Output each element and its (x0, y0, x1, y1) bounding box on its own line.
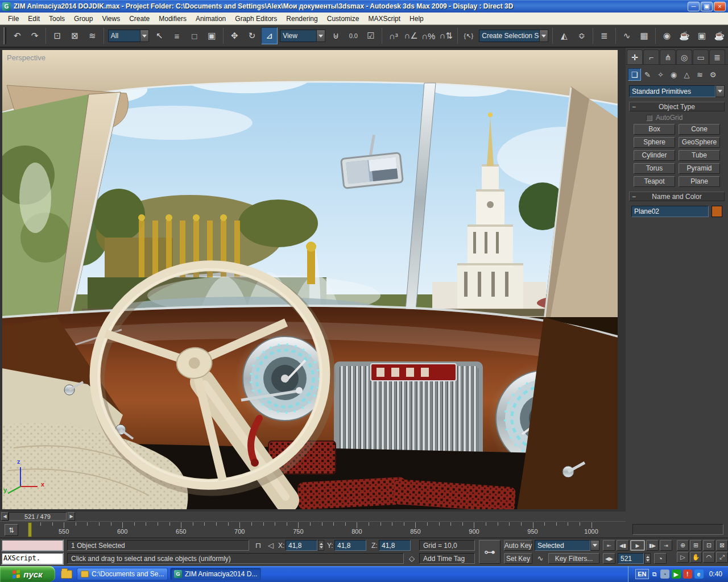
angle-snap-button[interactable]: ∩∠ (403, 27, 419, 44)
z-coordinate-field[interactable]: 41,8 (379, 540, 411, 551)
tray-security-icon[interactable]: ! (683, 569, 692, 579)
quick-render-button[interactable]: ☕ (711, 27, 727, 44)
viewport[interactable]: Perspective z x y (2, 50, 618, 509)
frame-spinner[interactable] (644, 553, 651, 564)
chevron-down-icon[interactable] (140, 30, 149, 42)
create-box-button[interactable]: Box (634, 124, 675, 135)
y-coordinate-field[interactable]: 41,8 (334, 540, 366, 551)
menu-tools[interactable]: Tools (44, 14, 69, 24)
chevron-down-icon[interactable] (590, 540, 599, 551)
go-to-end-button[interactable]: ⇥ (660, 540, 672, 551)
undo-button[interactable]: ↶ (9, 27, 26, 44)
maxscript-mini-listener[interactable]: AXScript. (1, 552, 64, 565)
category-geometry[interactable]: ❑ (628, 68, 641, 81)
arc-rotate-button[interactable]: ◠ (703, 552, 715, 563)
select-and-link-button[interactable]: ⊡ (49, 27, 65, 44)
minimize-button[interactable]: ─ (688, 2, 700, 11)
time-configuration-button[interactable]: ◔ (654, 553, 667, 564)
keyboard-shortcut-override-button[interactable]: ☑ (363, 27, 379, 44)
close-button[interactable]: × (714, 2, 726, 11)
create-sphere-button[interactable]: Sphere (634, 137, 675, 148)
object-type-rollout-header[interactable]: − Object Type (629, 102, 725, 111)
window-crossing-button[interactable]: ▣ (204, 27, 220, 44)
menu-views[interactable]: Views (97, 14, 125, 24)
menu-edit[interactable]: Edit (23, 14, 44, 24)
menu-customize[interactable]: Customize (322, 14, 364, 24)
zoom-button[interactable]: ⊕ (677, 540, 689, 551)
tray-history-icon[interactable]: ◔ (660, 569, 669, 579)
selection-lock-icon[interactable]: ⊓ (253, 540, 264, 551)
autogrid-checkbox[interactable] (646, 115, 652, 121)
quick-launch-folder-icon[interactable] (61, 570, 72, 579)
category-space-warps[interactable]: ≋ (693, 68, 706, 81)
set-key-button[interactable]: Set Key (504, 553, 532, 564)
field-of-view-button[interactable]: ▷ (677, 552, 689, 563)
maximize-viewport-button[interactable]: ⤢ (716, 552, 728, 563)
tab-utilities[interactable]: ≣ (709, 49, 725, 64)
edit-named-selection-sets-button[interactable]: {↖} (461, 27, 477, 44)
tab-hierarchy[interactable]: ⋔ (660, 49, 676, 64)
rectangular-selection-button[interactable]: □ (186, 27, 202, 44)
menu-animation[interactable]: Animation (191, 14, 230, 24)
named-selection-sets-dropdown[interactable]: Create Selection Set (479, 30, 548, 42)
chevron-down-icon[interactable] (316, 30, 325, 42)
task-button[interactable]: C:\Documents and Se... (77, 568, 168, 580)
select-and-scale-button[interactable]: ⊿ (261, 27, 278, 44)
subcategory-dropdown[interactable]: Standard Primitives (629, 85, 725, 97)
chevron-down-icon[interactable] (539, 30, 548, 42)
pan-button[interactable]: ✋ (690, 552, 702, 563)
next-frame-button[interactable]: ▮▶ (646, 540, 659, 551)
x-coordinate-field[interactable]: 41,8 (286, 540, 317, 551)
percent-snap-button[interactable]: ∩% (420, 27, 437, 44)
add-time-tag[interactable]: Add Time Tag (419, 553, 475, 564)
auto-key-button[interactable]: Auto Key (504, 540, 532, 551)
select-and-move-button[interactable]: ✥ (226, 27, 243, 44)
tab-modify[interactable]: ⌐ (643, 49, 659, 64)
category-systems[interactable]: ⚙ (706, 68, 719, 81)
material-editor-button[interactable]: ◉ (659, 27, 675, 44)
curve-editor-button[interactable]: ∿ (619, 27, 635, 44)
category-helpers[interactable]: △ (680, 68, 693, 81)
time-slider-prev-button[interactable]: ◀ (1, 512, 9, 521)
bind-to-space-warp-button[interactable]: ≋ (84, 27, 101, 44)
task-button[interactable]: GZIM Animaciya2014 D... (170, 568, 261, 580)
snaps-toggle-button[interactable]: ∩³ (385, 27, 402, 44)
reference-coordinate-system-dropdown[interactable]: View (280, 30, 325, 42)
unlink-selection-button[interactable]: ⊠ (67, 27, 83, 44)
mirror-button[interactable]: ◭ (556, 27, 572, 44)
tray-player-icon[interactable]: ▶ (672, 569, 681, 579)
align-button[interactable]: ≎ (573, 27, 590, 44)
current-frame-field[interactable]: 521 (618, 553, 644, 564)
open-mini-curve-editor-button[interactable]: ⇅ (5, 524, 18, 536)
render-setup-button[interactable]: ☕ (676, 27, 693, 44)
key-mode-toggle-button[interactable]: ◀▶ (603, 553, 615, 564)
rendered-frame-window-button[interactable]: ▣ (694, 27, 710, 44)
create-torus-button[interactable]: Torus (634, 163, 675, 174)
zoom-extents-button[interactable]: ⊡ (703, 540, 715, 551)
select-object-button[interactable]: ↖ (151, 27, 168, 44)
zoom-all-button[interactable]: ⊞ (690, 540, 702, 551)
start-button[interactable]: пуск (0, 566, 55, 582)
language-indicator[interactable]: EN (635, 569, 649, 579)
selection-filter-dropdown[interactable]: All (108, 30, 149, 42)
category-cameras[interactable]: ◉ (667, 68, 680, 81)
name-color-rollout-header[interactable]: − Name and Color (629, 192, 725, 201)
menu-graph-editors[interactable]: Graph Editors (230, 14, 282, 24)
layer-manager-button[interactable]: ≣ (596, 27, 613, 44)
tab-display[interactable]: ▭ (693, 49, 709, 64)
create-teapot-button[interactable]: Teapot (634, 176, 675, 187)
play-button[interactable]: ▶ (630, 540, 645, 551)
menu-modifiers[interactable]: Modifiers (154, 14, 191, 24)
window-stack-icon[interactable]: ⧉ (652, 571, 657, 578)
time-slider-handle[interactable] (28, 522, 32, 537)
create-cylinder-button[interactable]: Cylinder (634, 150, 675, 161)
category-lights[interactable]: ✧ (654, 68, 667, 81)
menu-rendering[interactable]: Rendering (282, 14, 322, 24)
tab-create[interactable]: ✛ (627, 49, 643, 64)
key-selection-dropdown[interactable]: Selected (535, 540, 599, 551)
time-slider-next-button[interactable]: ▶ (68, 512, 75, 521)
time-slider-bar[interactable]: 521 / 479 (9, 512, 67, 521)
redo-button[interactable]: ↷ (27, 27, 43, 44)
zoom-extents-all-button[interactable]: ⊠ (716, 540, 728, 551)
maxscript-mini-listener-macro[interactable] (1, 539, 64, 551)
